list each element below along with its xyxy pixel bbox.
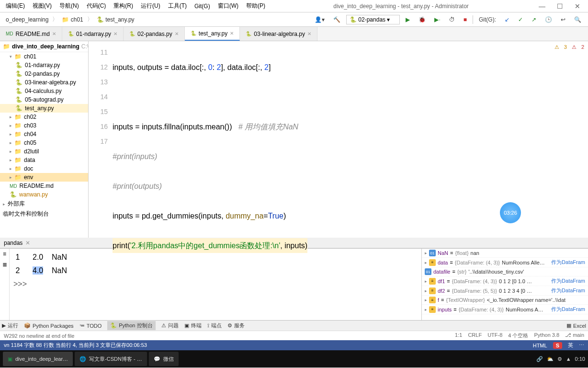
close-icon[interactable]: ✕	[113, 31, 117, 36]
search-icon[interactable]: 🔍	[571, 15, 584, 24]
tray-icon[interactable]: ▲	[566, 356, 571, 362]
timer-badge[interactable]: 03:26	[500, 202, 521, 223]
tool-python-console[interactable]: 🐍 Python 控制台	[107, 321, 155, 330]
var-view-link[interactable]: 作为DataFram	[551, 277, 585, 285]
status-encoding[interactable]: UTF-8	[487, 332, 502, 339]
git-update-icon[interactable]: ↙	[502, 15, 512, 24]
run-button[interactable]: ▶	[403, 15, 413, 24]
project-root[interactable]: 📁 dive_into_deep_learning C:\U	[0, 41, 88, 52]
breadcrumb-dir[interactable]: 📁 ch01	[60, 15, 85, 24]
tab-testany[interactable]: 🐍test_any.py✕	[185, 27, 240, 41]
var-nan[interactable]: ▸01NaN = {float} nan	[422, 249, 588, 258]
tray-icon[interactable]: ⛅	[547, 356, 554, 362]
status-branch[interactable]: ⎇ main	[565, 332, 584, 339]
folder-d2lutil[interactable]: ▸📁d2lutil	[0, 147, 88, 156]
var-df2[interactable]: ▸≡df2 = {DataFrame: (5, 5)} 0 1 2 3 4 [0…	[422, 286, 588, 296]
menu-navigate[interactable]: 导航(N)	[56, 1, 83, 11]
menu-help[interactable]: 帮助(P)	[242, 1, 269, 11]
stop-button[interactable]: ■	[461, 15, 470, 24]
close-icon[interactable]: ✕	[25, 240, 30, 246]
var-f[interactable]: ▸≡f = {TextIOWrapper} <_io.TextIOWrapper…	[422, 296, 588, 305]
external-libs[interactable]: ▸外部库	[0, 199, 88, 209]
folder-ch01[interactable]: ▾📁ch01	[0, 52, 88, 61]
folder-ch02[interactable]: ▸📁ch02	[0, 113, 88, 121]
task-browser[interactable]: 🌐写文章-CSDN博客 - …	[75, 352, 147, 366]
tool-terminal[interactable]: ▣ 终端	[184, 322, 202, 329]
breadcrumb-root[interactable]: o_deep_learning	[4, 15, 50, 24]
code-editor[interactable]: ⚠3 ⚠2 11 12 13 14 15 16 17 inputs, outpu…	[89, 41, 588, 238]
debug-button[interactable]: 🐞	[416, 15, 429, 24]
file-autograd[interactable]: 🐍05-autograd.py	[0, 95, 88, 104]
var-datafile[interactable]: 01datafile = {str} '..\\data\\house_tiny…	[422, 267, 588, 276]
code-area[interactable]: inputs, outputs = data.iloc[:, 0: 2], da…	[113, 45, 307, 283]
status-indent[interactable]: 4 个空格	[508, 332, 528, 339]
git-commit-icon[interactable]: ✓	[515, 15, 526, 24]
tool-problems[interactable]: ⚠ 问题	[161, 322, 179, 329]
var-view-link[interactable]: 作为DataFram	[551, 306, 585, 313]
file-testany[interactable]: 🐍test_any.py	[0, 104, 88, 113]
var-inputs[interactable]: ▸≡inputs = {DataFrame: (4, 3)} NumRooms …	[422, 305, 588, 314]
git-rollback-icon[interactable]: ↩	[558, 15, 568, 24]
git-push-icon[interactable]: ↗	[529, 15, 539, 24]
maximize-button[interactable]: ☐	[551, 2, 569, 10]
task-wechat[interactable]: 💬微信	[149, 352, 179, 366]
close-button[interactable]: ✕	[569, 2, 586, 10]
menu-run[interactable]: 运行(U)	[137, 1, 164, 11]
menu-edit[interactable]: 编辑(E)	[2, 1, 29, 11]
menu-refactor[interactable]: 重构(R)	[110, 1, 137, 11]
tool-endpoints[interactable]: ⟟ 端点	[207, 322, 222, 329]
var-view-link[interactable]: 作为DataFram	[551, 259, 585, 266]
status-line-sep[interactable]: CRLF	[468, 332, 482, 339]
status-position[interactable]: 1:1	[455, 332, 462, 339]
tab-ndarray[interactable]: 🐍01-ndarray.py✕	[62, 27, 124, 41]
git-history-icon[interactable]: 🕒	[542, 15, 555, 24]
tool-excel[interactable]: ▦ Excel	[566, 322, 586, 329]
close-icon[interactable]: ✕	[307, 31, 311, 36]
file-wanwan[interactable]: 🐍wanwan.py	[0, 190, 88, 199]
file-readme[interactable]: MDREADME.md	[0, 182, 88, 190]
hammer-icon[interactable]: 🔨	[330, 15, 343, 24]
folder-doc[interactable]: ▸📁doc	[0, 164, 88, 173]
var-view-link[interactable]: 作为DataFram	[551, 287, 585, 294]
menu-git[interactable]: Git(G)	[191, 2, 214, 11]
tab-linalg[interactable]: 🐍03-linear-algebra.py✕	[240, 27, 317, 41]
status-python[interactable]: Python 3.8	[534, 332, 560, 339]
close-icon[interactable]: ✕	[52, 31, 56, 36]
tab-pandas[interactable]: 🐍02-pandas.py✕	[124, 27, 185, 41]
close-icon[interactable]: ✕	[230, 31, 234, 36]
tray-icon[interactable]: ⚙	[557, 356, 562, 362]
more-icon[interactable]: ⋯	[579, 342, 584, 348]
tray-icon[interactable]: 🔗	[536, 356, 543, 362]
file-linalg[interactable]: 🐍03-linear-algebra.py	[0, 78, 88, 87]
folder-ch05[interactable]: ▸📁ch05	[0, 138, 88, 147]
folder-ch03[interactable]: ▸📁ch03	[0, 121, 88, 130]
tab-readme[interactable]: MDREADME.md✕	[0, 27, 62, 41]
console-tab-pandas[interactable]: pandas	[4, 240, 23, 246]
run-coverage-icon[interactable]: ▶·	[431, 15, 443, 24]
file-pandas[interactable]: 🐍02-pandas.py	[0, 69, 88, 78]
minimize-button[interactable]: —	[533, 2, 551, 10]
var-data[interactable]: ▸≡data = {DataFrame: (4, 3)} NumRooms Al…	[422, 258, 588, 267]
lang-indicator[interactable]: 英	[568, 342, 573, 349]
tool-todo[interactable]: ≔ TODO	[79, 322, 102, 329]
breadcrumb-file[interactable]: 🐍 test_any.py	[95, 15, 136, 24]
var-df1[interactable]: ▸≡df1 = {DataFrame: (4, 3)} 0 1 2 [0 1.0…	[422, 276, 588, 286]
tool-packages[interactable]: 📦 Python Packages	[24, 322, 74, 329]
close-icon[interactable]: ✕	[175, 31, 179, 36]
ime-indicator[interactable]: S	[553, 342, 562, 349]
folder-env[interactable]: ▸📁env	[0, 173, 88, 182]
task-ide[interactable]: ▣dive_into_deep_lear…	[3, 352, 73, 366]
gutter[interactable]: 11 12 13 14 15 16 17	[89, 41, 108, 149]
run-config-select[interactable]: 🐍 02-pandas ▾	[346, 15, 400, 24]
show-vars-icon[interactable]: ≡	[3, 251, 6, 257]
tool-services[interactable]: ⚙ 服务	[227, 322, 245, 329]
inspection-widget[interactable]: ⚠3 ⚠2	[554, 44, 584, 50]
folder-ch04[interactable]: ▸📁ch04	[0, 130, 88, 138]
tray-time[interactable]: 0:10	[575, 356, 585, 362]
scroll-end-icon[interactable]: ≣	[2, 261, 7, 268]
menu-view[interactable]: 视图(V)	[29, 1, 56, 11]
menu-window[interactable]: 窗口(W)	[214, 1, 242, 11]
tool-run[interactable]: ▶ 运行	[2, 322, 18, 329]
profiler-icon[interactable]: ⏱	[446, 15, 458, 24]
user-icon[interactable]: 👤▾	[312, 15, 328, 24]
